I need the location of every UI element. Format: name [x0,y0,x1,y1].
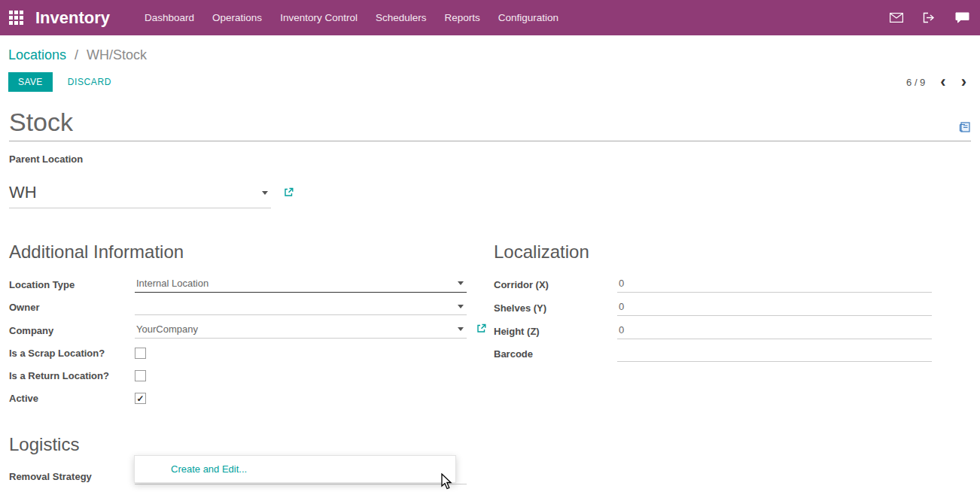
save-button[interactable]: SAVE [8,72,53,92]
corridor-input[interactable]: 0 [617,276,932,293]
breadcrumb-separator: / [75,47,78,62]
autocomplete-dropdown: Create and Edit... [134,455,456,483]
location-type-label: Location Type [9,279,135,290]
navbar-systray [890,12,969,23]
location-type-select[interactable]: Internal Location [135,276,467,293]
form-columns: Additional Information Location Type Int… [9,241,971,413]
company-row: Company YourCompany [9,322,467,339]
shelves-value: 0 [619,301,624,312]
localization-heading: Localization [494,241,932,263]
breadcrumb: Locations / WH/Stock [0,35,980,63]
company-value: YourCompany [136,323,198,335]
owner-row: Owner [9,299,467,315]
chevron-down-icon [458,327,464,331]
parent-location-label: Parent Location [9,153,971,165]
translate-icon[interactable] [959,121,971,136]
pager-count: 6 / 9 [906,77,925,88]
scrap-location-row: Is a Scrap Location? [9,345,467,361]
menu-reports[interactable]: Reports [435,12,488,23]
parent-location-value: WH [9,183,37,202]
corridor-label: Corridor (X) [494,279,617,290]
control-panel: SAVE DISCARD 6 / 9 ‹ › [0,63,980,99]
menu-schedulers[interactable]: Schedulers [367,12,436,23]
menu-configuration[interactable]: Configuration [489,12,568,23]
pager-previous-icon[interactable]: ‹ [940,77,945,87]
scrap-location-checkbox[interactable] [135,348,146,359]
chevron-down-icon [458,281,464,285]
chevron-down-icon [262,191,268,195]
menu-operations[interactable]: Operations [203,12,271,23]
logistics-group: Logistics Removal Strategy Put Away Stra… [9,434,971,492]
create-and-edit-option[interactable]: Create and Edit... [171,463,247,475]
owner-label: Owner [9,302,135,313]
barcode-input[interactable] [617,347,932,362]
app-brand[interactable]: Inventory [35,8,110,28]
company-label: Company [9,325,135,336]
breadcrumb-locations-link[interactable]: Locations [8,47,66,62]
shelves-row: Shelves (Y) 0 [494,299,932,316]
height-input[interactable]: 0 [617,323,932,339]
apps-grid-icon[interactable] [9,11,23,25]
return-location-label: Is a Return Location? [9,370,135,381]
record-name-input[interactable]: Stock [9,108,73,136]
return-location-checkbox[interactable] [135,370,146,381]
return-location-row: Is a Return Location? [9,368,467,384]
menu-inventory-control[interactable]: Inventory Control [271,12,367,23]
discard-button[interactable]: DISCARD [68,77,111,87]
main-menu: Dashboard Operations Inventory Control S… [135,12,568,23]
top-navbar: Inventory Dashboard Operations Inventory… [0,0,980,35]
removal-strategy-label: Removal Strategy [9,471,135,482]
company-select[interactable]: YourCompany [135,322,467,339]
record-pager: 6 / 9 ‹ › [906,77,966,88]
messages-envelope-icon[interactable] [890,13,903,23]
scrap-location-label: Is a Scrap Location? [9,348,135,359]
barcode-label: Barcode [494,348,617,360]
location-type-row: Location Type Internal Location [9,276,467,293]
chevron-down-icon [458,305,464,308]
external-link-icon[interactable] [284,182,294,202]
record-title-row: Stock [9,108,971,141]
parent-location-field[interactable]: WH [9,183,271,208]
location-type-value: Internal Location [136,278,208,289]
height-label: Height (Z) [494,326,617,337]
chat-bubble-icon[interactable] [955,12,969,23]
form-sheet: Stock Parent Location WH Additional Info… [0,108,980,492]
active-checkbox[interactable]: ✓ [135,393,146,404]
external-link-icon[interactable] [476,323,486,336]
shelves-label: Shelves (Y) [494,302,617,314]
menu-dashboard[interactable]: Dashboard [135,12,203,23]
active-row: Active ✓ [9,390,467,406]
barcode-row: Barcode [494,346,932,362]
corridor-value: 0 [619,278,624,289]
height-value: 0 [619,324,624,336]
localization-group: Localization Corridor (X) 0 Shelves (Y) … [494,241,932,413]
active-label: Active [9,393,135,404]
owner-select[interactable] [135,300,467,315]
height-row: Height (Z) 0 [494,323,932,339]
breadcrumb-current: WH/Stock [87,47,147,62]
additional-information-group: Additional Information Location Type Int… [9,241,467,413]
logout-icon[interactable] [923,12,936,23]
corridor-row: Corridor (X) 0 [494,276,932,293]
pager-next-icon[interactable]: › [961,77,966,87]
shelves-input[interactable]: 0 [617,299,932,316]
additional-information-heading: Additional Information [9,241,467,263]
logistics-heading: Logistics [9,434,971,455]
